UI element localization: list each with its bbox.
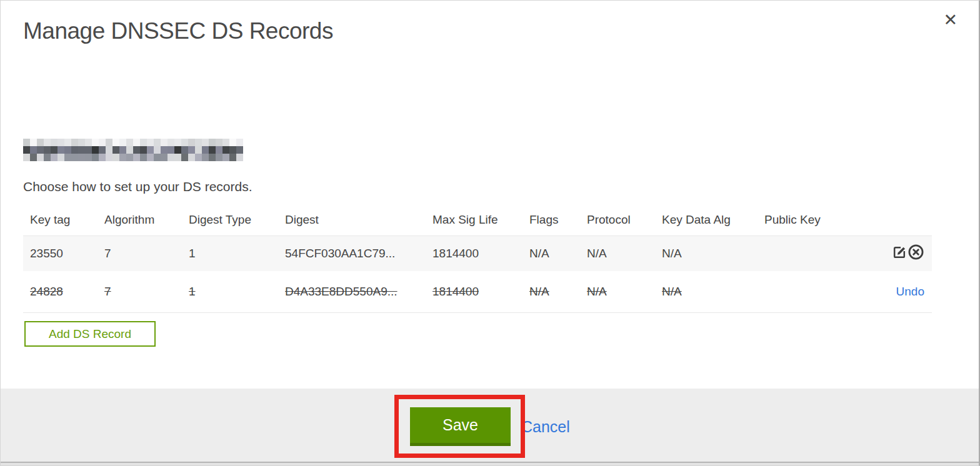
col-header-public-key: Public Key [764, 204, 863, 235]
table-row-ds-record-1: 23550 7 1 54FCF030AA1C79... 1814400 N/A … [23, 235, 932, 271]
cell-digest: 54FCF030AA1C79... [285, 235, 432, 271]
ds-records-table: Key tag Algorithm Digest Type Digest Max… [23, 204, 932, 313]
row-actions [863, 235, 932, 271]
row-actions: Undo [863, 271, 932, 312]
cell-digest-type: 1 [189, 235, 285, 271]
cell-digest: D4A33E8DD550A9... [285, 271, 432, 312]
close-icon[interactable]: ✕ [943, 12, 958, 29]
dialog-title: Manage DNSSEC DS Records [23, 18, 333, 44]
cell-protocol: N/A [587, 271, 662, 312]
cell-public-key [764, 271, 863, 312]
cell-key-data-alg: N/A [662, 235, 764, 271]
cell-flags: N/A [529, 235, 587, 271]
col-header-protocol: Protocol [587, 204, 662, 235]
cell-key-tag: 24828 [23, 271, 104, 312]
cell-key-data-alg: N/A [662, 271, 764, 312]
redacted-domain-name [23, 139, 243, 161]
add-ds-record-button[interactable]: Add DS Record [24, 321, 156, 347]
remove-icon[interactable] [908, 244, 924, 264]
cell-public-key [764, 235, 863, 271]
dialog-bottom-edge [1, 462, 979, 465]
col-header-max-sig-life: Max Sig Life [432, 204, 529, 235]
table-row-ds-record-2-deleted: 24828 7 1 D4A33E8DD550A9... 1814400 N/A … [23, 271, 932, 312]
pixelation-mosaic [23, 139, 243, 161]
cell-flags: N/A [529, 271, 587, 312]
col-header-digest-type: Digest Type [189, 204, 285, 235]
cell-algorithm: 7 [104, 271, 189, 312]
dnssec-dialog: Manage DNSSEC DS Records ✕ Choose how to… [0, 0, 980, 466]
cell-max-sig-life: 1814400 [432, 271, 529, 312]
cell-key-tag: 23550 [23, 235, 104, 271]
col-header-digest: Digest [285, 204, 432, 235]
col-header-flags: Flags [529, 204, 587, 235]
cell-digest-type: 1 [189, 271, 285, 312]
table-header-row: Key tag Algorithm Digest Type Digest Max… [23, 204, 932, 235]
subtitle-text: Choose how to set up your DS records. [23, 179, 252, 194]
col-header-key-data-alg: Key Data Alg [662, 204, 764, 235]
cancel-link[interactable]: Cancel [521, 418, 570, 436]
col-header-actions [863, 204, 932, 235]
undo-link[interactable]: Undo [896, 285, 924, 298]
col-header-algorithm: Algorithm [104, 204, 189, 235]
col-header-key-tag: Key tag [23, 204, 104, 235]
cell-algorithm: 7 [104, 235, 189, 271]
cell-protocol: N/A [587, 235, 662, 271]
cell-max-sig-life: 1814400 [432, 235, 529, 271]
edit-icon[interactable] [892, 244, 908, 263]
save-button[interactable]: Save [410, 407, 511, 446]
